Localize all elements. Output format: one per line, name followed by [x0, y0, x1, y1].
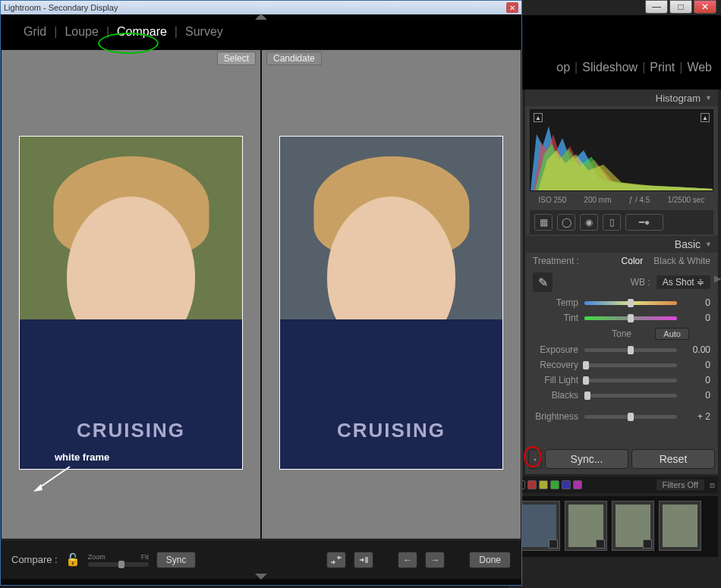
filmstrip-thumb[interactable] — [565, 501, 607, 551]
sync-button[interactable]: Sync... — [545, 449, 628, 469]
view-grid[interactable]: Grid — [16, 22, 54, 42]
spot-tool-icon[interactable]: ◯ — [557, 214, 575, 231]
reset-button[interactable]: Reset — [631, 449, 715, 469]
filmstrip[interactable] — [513, 496, 718, 557]
window-controls: — □ ✕ — [645, 0, 716, 14]
prev-button[interactable]: ← — [398, 552, 417, 568]
panel-switch-icon[interactable]: ▪ — [528, 449, 542, 469]
filter-red[interactable] — [527, 480, 537, 489]
filter-lock-icon[interactable]: ⧈ — [710, 480, 715, 490]
filmstrip-thumb[interactable] — [518, 501, 560, 551]
panel-collapse-down-icon[interactable] — [255, 574, 267, 580]
gradient-tool-icon[interactable]: ▯ — [603, 214, 621, 231]
treatment-bw[interactable]: Black & White — [653, 256, 710, 266]
tone-header: Tone Auto — [525, 325, 718, 342]
filmstrip-thumb[interactable] — [612, 501, 654, 551]
filter-green[interactable] — [550, 480, 559, 489]
maximize-button[interactable]: □ — [669, 0, 692, 14]
module-print[interactable]: Print — [650, 61, 675, 74]
sync-reset-row: ▪ Sync... Reset — [525, 446, 718, 472]
secondary-close-button[interactable]: ✕ — [506, 2, 518, 13]
select-column[interactable]: Select CRUISING white frame — [1, 49, 261, 539]
eyedropper-icon[interactable]: ✎ — [533, 272, 553, 292]
filllight-slider[interactable] — [584, 379, 677, 382]
lock-icon[interactable]: 🔓 — [65, 552, 80, 567]
secondary-title: Lightroom - Secondary Display — [4, 3, 118, 12]
wb-select[interactable]: As Shot ≑ — [656, 275, 710, 289]
recovery-label: Recovery — [533, 360, 578, 370]
module-sep: | — [642, 61, 645, 74]
done-button[interactable]: Done — [469, 552, 511, 568]
photo-text: CRUISING — [337, 419, 446, 442]
exif-iso: ISO 250 — [539, 196, 567, 204]
exposure-label: Exposure — [533, 344, 578, 355]
make-select-button[interactable] — [354, 552, 373, 568]
exposure-slider[interactable] — [584, 348, 677, 352]
tint-value: 0 — [683, 313, 710, 323]
compare-area: Select CRUISING white frame Candidate CR… — [1, 49, 521, 539]
brightness-value: + 2 — [683, 411, 710, 422]
tool-strip: ▦ ◯ ◉ ▯ ━● — [530, 210, 713, 234]
recovery-value: 0 — [683, 360, 710, 370]
treatment-label: Treatment : — [533, 256, 579, 266]
treatment-row: Treatment : Color Black & White — [525, 253, 718, 269]
collapse-icon: ▼ — [705, 94, 712, 102]
module-web[interactable]: Web — [687, 61, 712, 74]
module-picker: op | Slideshow | Print | Web — [556, 61, 712, 74]
next-button[interactable]: → — [425, 552, 445, 568]
right-panel: Histogram ▼ ▲ ▲ ISO 250 200 mm ƒ / 4.5 1… — [525, 90, 718, 474]
histogram[interactable]: ▲ ▲ — [530, 109, 713, 191]
basic-header[interactable]: Basic ▼ — [525, 236, 718, 253]
redeye-tool-icon[interactable]: ◉ — [580, 214, 598, 231]
tone-title: Tone — [612, 329, 631, 339]
minimize-button[interactable]: — — [645, 0, 668, 14]
brightness-label: Brightness — [533, 411, 578, 422]
filmstrip-thumb[interactable] — [659, 501, 701, 551]
fit-label: Fit — [141, 553, 149, 561]
blacks-slider[interactable] — [584, 394, 677, 398]
filter-purple[interactable] — [573, 480, 582, 489]
auto-tone-button[interactable]: Auto — [655, 328, 689, 340]
filter-preset-select[interactable]: Filters Off — [656, 480, 704, 490]
tint-slider[interactable] — [584, 316, 677, 320]
temp-slider[interactable] — [584, 301, 677, 305]
lightroom-main-window: — □ ✕ op | Slideshow | Print | Web Histo… — [508, 0, 721, 588]
thumb-badge-icon — [549, 539, 558, 549]
compare-label: Compare : — [11, 554, 58, 565]
candidate-column[interactable]: Candidate CRUISING — [261, 49, 521, 539]
module-slideshow[interactable]: Slideshow — [582, 61, 638, 74]
annotation-white-frame-label: white frame — [55, 451, 109, 463]
view-compare[interactable]: Compare — [109, 22, 175, 42]
secondary-display-window: Lightroom - Secondary Display ✕ Grid | L… — [0, 0, 522, 586]
view-survey[interactable]: Survey — [178, 22, 231, 42]
zoom-slider[interactable] — [88, 562, 149, 567]
recovery-slider[interactable] — [584, 363, 677, 367]
wb-label: WB : — [631, 277, 650, 288]
filter-blue[interactable] — [562, 480, 571, 489]
select-photo[interactable]: CRUISING — [19, 136, 243, 470]
swap-button[interactable] — [326, 552, 346, 568]
brightness-slider[interactable] — [584, 415, 677, 419]
close-button[interactable]: ✕ — [694, 0, 716, 14]
filter-yellow[interactable] — [539, 480, 548, 489]
crop-tool-icon[interactable]: ▦ — [534, 214, 553, 231]
blacks-value: 0 — [683, 390, 710, 401]
panel-collapse-up-icon[interactable] — [255, 14, 267, 20]
zoom-label: Zoom — [88, 553, 105, 561]
filter-bar: Filters Off ⧈ — [513, 476, 718, 493]
treatment-color[interactable]: Color — [622, 256, 644, 266]
brightness-slider-row: Brightness + 2 — [525, 409, 718, 424]
secondary-toolbar: Grid | Loupe | Compare | Survey — [1, 14, 521, 49]
brush-tool-icon[interactable]: ━● — [625, 214, 663, 231]
secondary-title-bar[interactable]: Lightroom - Secondary Display ✕ — [1, 1, 521, 14]
module-sep: | — [679, 61, 682, 74]
panel-expand-icon[interactable]: ▶ — [714, 273, 721, 284]
svg-line-0 — [38, 467, 70, 489]
histogram-header[interactable]: Histogram ▼ — [525, 90, 718, 106]
module-develop[interactable]: op — [556, 61, 570, 74]
view-loupe[interactable]: Loupe — [57, 22, 106, 42]
exif-aperture: ƒ / 4.5 — [629, 196, 650, 204]
temp-slider-row: Temp 0 — [525, 295, 718, 310]
zoom-sync-button[interactable]: Sync — [156, 552, 197, 568]
candidate-photo[interactable]: CRUISING — [279, 136, 503, 470]
